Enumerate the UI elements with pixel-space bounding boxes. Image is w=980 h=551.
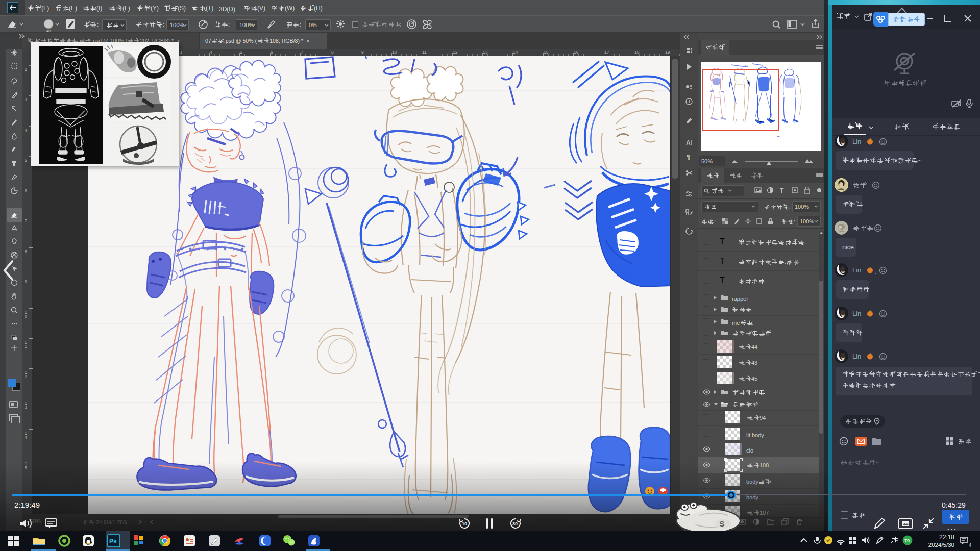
svg-text:Ps: Ps xyxy=(109,538,117,545)
svg-text:T: T xyxy=(780,187,784,194)
svg-text:79: 79 xyxy=(904,538,910,543)
svg-text:S: S xyxy=(719,519,724,528)
svg-text:A: A xyxy=(686,139,691,146)
svg-text:30: 30 xyxy=(512,521,518,527)
svg-text:¶: ¶ xyxy=(687,153,690,161)
svg-text:10: 10 xyxy=(462,521,467,527)
